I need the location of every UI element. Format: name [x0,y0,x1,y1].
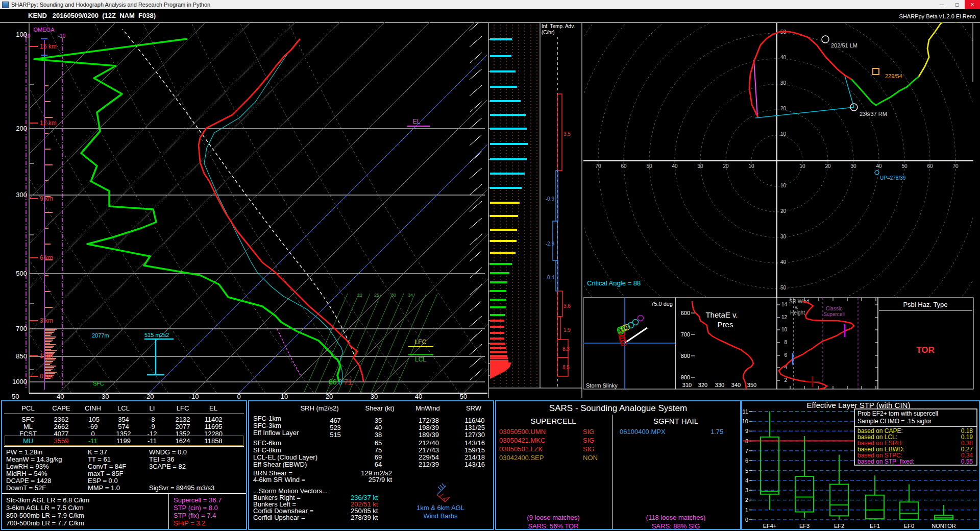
stp-y11: 11 [743,408,748,415]
sars-supercell-header: SUPERCELL [530,417,576,425]
sars-supercell-probability: SARS: 56% TOR [528,522,578,530]
kin-shear: 38 [375,431,382,439]
t-30: -30 [100,393,109,400]
downdraft-trace [277,329,301,376]
kin-srw: 127/30 [464,431,485,439]
index-supercell: Supercell = 36.7 [174,496,222,504]
critical-angle-label: Critical Angle = 88 [587,279,641,287]
decor [474,222,477,225]
kin-label: Eff Inflow Layer [253,429,299,437]
sars-match-type: NON [583,454,598,462]
sars-hail-size: 1.75 [710,428,723,436]
kin-mnwind: 229/54 [419,453,439,461]
sharppy-window: SHARPpy: Sounding and Hodograph Analysis… [0,0,980,531]
pcl-lfc: 1624 [176,437,190,445]
updraft-marker[interactable] [875,171,879,175]
maximize-button[interactable]: ▢ [949,0,965,9]
stat-tei: TEI = 36 [149,455,175,463]
stat-k: K = 37 [88,448,107,456]
speed-ticks [488,39,492,375]
effective-inflow-marker: 2077m 515 m2s2 [92,332,174,375]
adv-val-0: 3.5 [564,131,571,137]
barb-caption-1: 1km & 6km AGL [416,504,464,512]
srwind-title-1: SR Wind [789,299,809,304]
sars-match-id: 03050500.UMN [499,428,546,436]
adv-val-1: -0.9 [546,196,555,202]
decor [463,22,489,393]
window-title: SHARPpy: Sounding and Hodograph Analysis… [11,2,210,8]
slinky-rings [618,316,644,346]
pcl-lfc: 2132 [176,416,190,423]
col-lcl: LCL [117,404,130,412]
pcl-lcl: 354 [118,416,129,423]
hazard-value: TOR [916,345,935,355]
stat-convt: ConvT = 84F [88,463,126,470]
hodograph-plot[interactable]: 70 60 50 40 30 20 10 10 20 30 40 50 60 7… [583,22,980,400]
decor [474,305,477,308]
kin-srw: 214/18 [464,453,485,461]
decor [474,238,477,242]
stat-tt: TT = 61 [88,455,111,463]
t10: 10 [281,393,288,400]
decor [474,361,477,364]
kin-shear: 69 [375,453,382,461]
rm-label: 236/37 RM [860,111,887,117]
kin-srw: 116/40 [465,417,485,424]
sfc-temp: 71 [344,378,352,386]
cat-ef0: EF0 [904,523,914,529]
hodo-trace-6-9km [919,22,957,77]
ring-l40: 40 [672,163,678,169]
thetae-600: 600 [681,310,690,316]
left-mover-marker[interactable] [822,36,829,43]
sfc-label: SFC [93,380,104,387]
thetae-340: 340 [731,382,741,388]
pcl-el: 11402 [204,416,222,423]
ring-r40: 40 [876,163,882,169]
corfidi-up-label: Corfidi Upshear = [253,514,305,521]
sfc-dewpoint: 66 [329,378,337,386]
height-3km: 3 km [40,317,53,324]
decor [240,22,459,393]
decor [474,106,477,109]
ring-r10: 10 [799,163,805,169]
stat-lowrh: LowRH = 93% [6,463,48,470]
decor [474,320,477,323]
decor [149,22,489,393]
mean-wind-marker[interactable] [873,68,879,75]
minimize-button[interactable]: — [934,0,949,9]
decor [583,22,980,391]
kinematics-panel: SRH (m2/s2) Shear (kt) MnWind SRW SFC-1k… [248,400,494,530]
lm-label: 202/51 LM [831,42,857,49]
height-1km: 1 km [40,352,53,359]
sr-10: 10 [781,327,788,332]
kin-label: SFC-8km [253,446,281,454]
decor [349,294,393,393]
t0: 0 [237,393,240,400]
stp-y4: 4 [745,477,748,484]
t-50: -50 [10,393,19,400]
storm-barb-icon [423,480,458,503]
stp-chart: Effective Layer STP (with CIN) 11 10 9 8… [742,401,979,529]
skewt-plot[interactable]: OMEGA +10 -10 15 km 12 km 9 km 6 km 3 km… [0,22,489,400]
omega-minus10: -10 [58,33,66,39]
p-200: 200 [16,125,27,132]
col-srh: SRH (m2/s2) [300,404,338,412]
close-button[interactable]: ✕ [965,0,980,9]
index-stp-cin: STP (cin) = 8.0 [174,504,218,512]
decor [474,24,477,27]
decor [474,348,477,351]
sars-panel: SARS - Sounding Analogue System SUPERCEL… [495,400,741,530]
sars-match-type: SIG [583,437,594,444]
thermo-panel: PCL CAPE CINH LCL LI LFC EL SFC 2362 -10… [1,400,247,530]
decor [795,476,814,512]
srw46-label: 4-6km SR Wind = [253,476,305,484]
kin-mnwind: 212/39 [419,461,439,468]
temperature-trace [199,39,363,381]
ring-r70: 70 [952,163,959,169]
pcl-name: SFC [21,416,35,423]
decor [490,363,511,379]
decor [474,73,477,76]
kin-srh: 523 [330,424,341,431]
pcl-el: 11695 [204,423,222,430]
p-300: 300 [16,191,27,199]
